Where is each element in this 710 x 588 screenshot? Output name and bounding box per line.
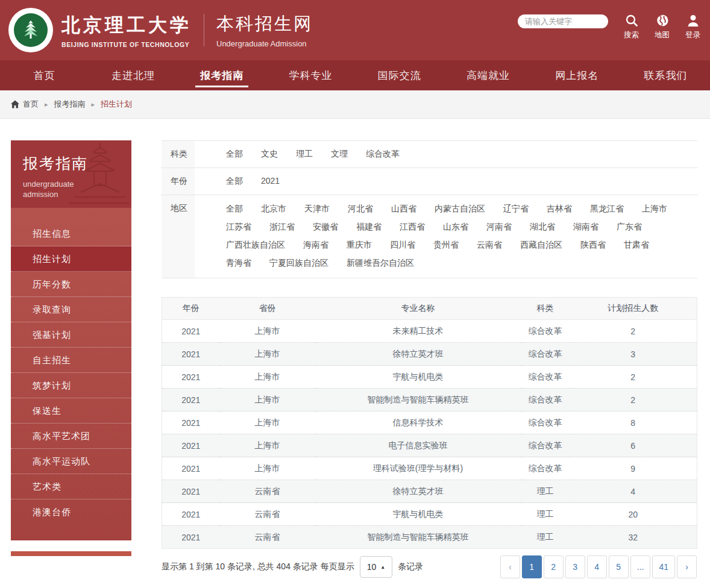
table-row: 2021 上海市 未来精工技术 综合改革 2 [162, 320, 697, 343]
filter-option[interactable]: 重庆市 [347, 240, 372, 251]
filter-option[interactable]: 吉林省 [547, 204, 572, 214]
cell-planned-count: 20 [570, 503, 697, 526]
filter-option[interactable]: 云南省 [477, 240, 502, 251]
filter-option[interactable]: 贵州省 [433, 240, 459, 251]
filter-option[interactable]: 全部 [226, 176, 243, 187]
filter-option[interactable]: 四川省 [390, 240, 415, 251]
filter-option[interactable]: 陕西省 [580, 240, 606, 251]
filter-option[interactable]: 辽宁省 [503, 204, 529, 214]
filter-option[interactable]: 上海市 [642, 204, 667, 214]
filter-option[interactable]: 文史 [261, 149, 278, 160]
filter-option[interactable]: 内蒙古自治区 [435, 204, 485, 214]
filter-option[interactable]: 西藏自治区 [520, 240, 562, 251]
filter-option[interactable]: 新疆维吾尔自治区 [347, 258, 414, 269]
search-input[interactable] [518, 14, 608, 28]
filter-option[interactable]: 安徽省 [313, 222, 338, 233]
filter-option[interactable]: 黑龙江省 [590, 204, 624, 214]
table-row: 2021 上海市 徐特立英才班 综合改革 3 [162, 343, 697, 366]
sidebar-menu: 招生信息 招生计划 历年分数 录取查询 强基计划 自主招生 筑梦计划 保送生 高… [11, 208, 131, 540]
page-button[interactable]: ‹ [500, 555, 520, 578]
login-button[interactable]: 登录 [685, 13, 700, 40]
map-button[interactable]: 地图 [655, 13, 670, 40]
table-body: 2021 上海市 未来精工技术 综合改革 2 2021 上海市 徐特立英才班 综… [162, 320, 697, 549]
nav-item[interactable]: 走进北理 [89, 60, 177, 90]
page-button[interactable]: 41 [652, 555, 675, 578]
breadcrumb-section[interactable]: 报考指南 [54, 99, 86, 110]
filter-option[interactable]: 甘肃省 [624, 240, 649, 251]
filter-option[interactable]: 福建省 [356, 222, 382, 233]
sidebar-title: 报考指南 [23, 154, 131, 174]
filter-option[interactable]: 青海省 [226, 258, 251, 269]
sidebar-item[interactable]: 招生计划 [11, 246, 131, 272]
page-button[interactable]: 1 [522, 555, 542, 578]
filter-option[interactable]: 海南省 [303, 240, 328, 251]
cell-year: 2021 [162, 526, 220, 549]
nav-item[interactable]: 网上报名 [533, 60, 621, 90]
filter-option[interactable]: 湖南省 [573, 222, 598, 233]
filter-option[interactable]: 广西壮族自治区 [226, 240, 285, 251]
filter-option[interactable]: 江西省 [400, 222, 425, 233]
sidebar-item[interactable]: 招生信息 [11, 221, 131, 246]
sidebar-item[interactable]: 保送生 [11, 398, 131, 424]
filter-option[interactable]: 北京市 [261, 204, 286, 214]
filter-option[interactable]: 浙江省 [269, 222, 295, 233]
table-row: 2021 上海市 电子信息实验班 综合改革 6 [162, 434, 697, 457]
login-label: 登录 [685, 30, 700, 40]
cell-year: 2021 [162, 366, 220, 389]
filter-option[interactable]: 宁夏回族自治区 [269, 258, 328, 269]
cell-province: 上海市 [220, 366, 315, 389]
sidebar-item[interactable]: 强基计划 [11, 322, 131, 348]
filter-option[interactable]: 广东省 [617, 222, 642, 233]
nav-item[interactable]: 报考指南 [178, 60, 266, 90]
nav-item[interactable]: 高端就业 [444, 60, 532, 90]
page-button[interactable]: › [677, 555, 697, 578]
sidebar-header: 报考指南 undergraduate admission [11, 140, 131, 208]
sidebar-item[interactable]: 高水平运动队 [11, 449, 131, 474]
sidebar-item[interactable]: 高水平艺术团 [11, 424, 131, 449]
filter-option[interactable]: 理工 [296, 149, 313, 160]
table-row: 2021 上海市 智能制造与智能车辆精英班 综合改革 2 [162, 389, 697, 411]
filter-option[interactable]: 全部 [226, 149, 243, 160]
home-icon [11, 100, 19, 108]
nav-item[interactable]: 联系我们 [621, 60, 710, 90]
sidebar-item[interactable]: 自主招生 [11, 348, 131, 373]
filter-option[interactable]: 天津市 [304, 204, 330, 214]
filter-option[interactable]: 湖北省 [530, 222, 555, 233]
search-button[interactable]: 搜索 [624, 13, 639, 40]
sidebar-item[interactable]: 港澳台侨 [11, 499, 131, 525]
filter-option[interactable]: 全部 [226, 204, 243, 214]
filter-option[interactable]: 河南省 [486, 222, 512, 233]
cell-major: 智能制造与智能车辆精英班 [315, 389, 521, 411]
page-button[interactable]: 5 [609, 555, 629, 578]
emblem-icon [14, 13, 48, 47]
cell-major: 宇航与机电类 [315, 366, 521, 389]
page-button[interactable]: 3 [565, 555, 585, 578]
page-button[interactable]: 4 [587, 555, 607, 578]
filter-option[interactable]: 江苏省 [226, 222, 251, 233]
filter-option[interactable]: 2021 [261, 176, 280, 187]
page-button[interactable]: 2 [544, 555, 564, 578]
breadcrumb-home[interactable]: 首页 [23, 99, 39, 110]
filter-option[interactable]: 山西省 [391, 204, 416, 214]
cell-province: 上海市 [220, 343, 315, 366]
sidebar-item[interactable]: 艺术类 [11, 474, 131, 499]
page-button[interactable]: ... [630, 555, 651, 578]
university-name-en: BEIJING INSTITUTE OF TECHNOLOGY [61, 41, 192, 48]
nav-item[interactable]: 学科专业 [266, 60, 355, 90]
filter-option[interactable]: 河北省 [348, 204, 373, 214]
sidebar-item[interactable]: 历年分数 [11, 272, 131, 297]
cell-category: 综合改革 [521, 434, 570, 457]
nav-item[interactable]: 首页 [0, 60, 89, 90]
cell-category: 综合改革 [521, 343, 570, 366]
page-size-select[interactable]: 10 ▲ [360, 556, 393, 578]
sidebar-item[interactable]: 筑梦计划 [11, 373, 131, 398]
filter-option[interactable]: 综合改革 [366, 149, 400, 160]
sidebar-item[interactable]: 录取查询 [11, 297, 131, 322]
filter-option[interactable]: 山东省 [443, 222, 468, 233]
cell-category: 综合改革 [521, 457, 570, 480]
cell-province: 云南省 [220, 526, 315, 549]
university-logo[interactable] [8, 8, 53, 52]
filter-options-category: 全部文史理工文理综合改革 [195, 141, 406, 167]
nav-item[interactable]: 国际交流 [355, 60, 444, 90]
filter-option[interactable]: 文理 [331, 149, 348, 160]
